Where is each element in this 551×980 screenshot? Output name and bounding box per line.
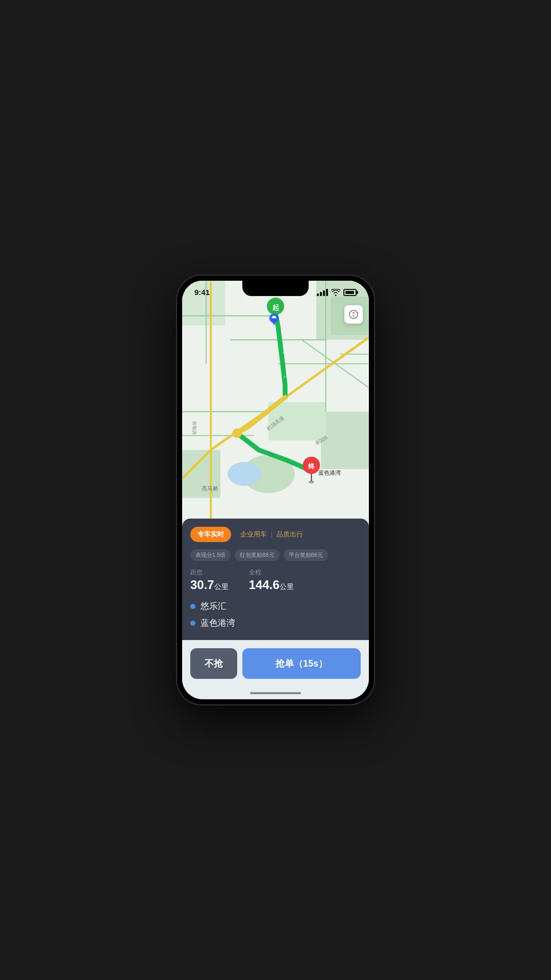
total-distance: 全程 144.6公里	[249, 568, 294, 592]
badge-redpacket: 红包奖励88元	[235, 549, 279, 561]
svg-text:亮马桥: 亮马桥	[202, 485, 218, 492]
total-distance-value: 144.6公里	[249, 578, 294, 592]
badge-platform: 平台奖励88元	[284, 549, 328, 561]
wifi-icon	[331, 289, 340, 296]
tab-secondary-1[interactable]: 企业用车	[236, 530, 271, 539]
compass-button[interactable]	[344, 305, 363, 324]
total-distance-label: 全程	[249, 568, 294, 577]
stops-list: 悠乐汇 蓝色港湾	[190, 600, 361, 629]
stop-item-2: 蓝色港湾	[190, 617, 361, 629]
svg-text:›: ›	[297, 465, 298, 470]
svg-text:›: ›	[273, 411, 274, 416]
svg-point-41	[309, 481, 314, 484]
svg-text:›: ›	[283, 350, 284, 355]
svg-text:蓝色港湾: 蓝色港湾	[318, 470, 341, 476]
grab-button[interactable]: 抢单（15s）	[242, 648, 361, 679]
svg-text:起: 起	[272, 304, 280, 311]
stop-dot-2	[190, 621, 195, 626]
distance-from-value: 30.7公里	[190, 578, 229, 592]
action-buttons: 不抢 抢单（15s）	[182, 640, 369, 687]
home-bar	[250, 692, 301, 694]
badges-row: 表现分1.5倍 红包奖励88元 平台奖励88元	[190, 549, 361, 561]
signal-icon	[317, 289, 328, 296]
badge-performance: 表现分1.5倍	[190, 549, 231, 561]
distance-from-label: 距您	[190, 568, 229, 577]
bottom-panel: 专车实时 企业用车 | 品质出行 表现分1.5倍 红包奖励88元 平台奖励88元…	[182, 519, 369, 640]
status-time: 9:41	[194, 288, 210, 297]
status-icons	[317, 289, 357, 296]
map-area[interactable]: 机场高速 致敬路 亮马桥 泰国路 › › ›	[182, 281, 369, 519]
svg-text:终: 终	[308, 462, 315, 470]
tab-secondary-2[interactable]: 品质出行	[272, 530, 307, 539]
tabs-row: 专车实时 企业用车 | 品质出行	[190, 527, 361, 542]
svg-text:›: ›	[261, 424, 263, 429]
distance-row: 距您 30.7公里 全程 144.6公里	[190, 568, 361, 592]
tab-active[interactable]: 专车实时	[190, 527, 231, 542]
home-indicator	[182, 687, 369, 699]
distance-from-you: 距您 30.7公里	[190, 568, 229, 592]
stop-dot-1	[190, 604, 195, 609]
stop-name-1: 悠乐汇	[201, 600, 227, 612]
map-svg: 机场高速 致敬路 亮马桥 泰国路 › › ›	[182, 281, 369, 519]
stop-item-1: 悠乐汇	[190, 600, 361, 612]
svg-point-43	[233, 428, 242, 438]
tabs-secondary: 企业用车 | 品质出行	[236, 530, 307, 539]
battery-icon	[343, 289, 357, 296]
stop-name-2: 蓝色港湾	[201, 617, 235, 629]
svg-rect-5	[321, 411, 369, 469]
svg-text:›: ›	[266, 453, 267, 458]
svg-text:›: ›	[281, 329, 283, 334]
notch	[242, 281, 309, 296]
skip-button[interactable]: 不抢	[190, 648, 237, 679]
svg-text:›: ›	[284, 374, 285, 379]
phone-screen: 9:41	[182, 281, 369, 699]
svg-text:致敬路: 致敬路	[192, 421, 197, 435]
svg-point-8	[228, 462, 261, 486]
phone-frame: 9:41	[176, 275, 375, 705]
